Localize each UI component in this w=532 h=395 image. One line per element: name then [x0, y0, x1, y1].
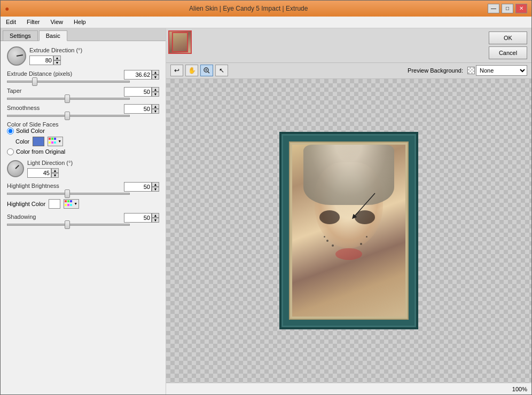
shadowing-down[interactable]: ▼ [152, 218, 159, 223]
highlight-color-grid-icon [64, 200, 73, 208]
maximize-button[interactable]: □ [502, 4, 513, 13]
window-title: Alien Skin | Eye Candy 5 Impact | Extrud… [9, 5, 488, 12]
dot2 [332, 244, 334, 247]
preview-bg-swatch [467, 67, 475, 74]
color-swatch-row: Color ▼ [15, 137, 159, 146]
highlight-brightness-label: Highlight Brightness [7, 183, 59, 189]
smoothness-up[interactable]: ▲ [152, 104, 159, 109]
shadowing-spinners: ▲ ▼ [152, 213, 159, 223]
preview-area[interactable] [166, 79, 531, 383]
menu-bar: Edit Filter View Help [1, 17, 531, 28]
dot5 [366, 236, 367, 238]
extrude-distance-down[interactable]: ▼ [152, 75, 159, 80]
smoothness-input-group: ▲ ▼ [124, 104, 159, 114]
taper-up[interactable]: ▲ [152, 87, 159, 92]
smoothness-input[interactable] [124, 104, 152, 114]
extrude-distance-input[interactable] [124, 70, 152, 80]
highlight-brightness-up[interactable]: ▲ [152, 182, 159, 187]
main-container: Settings Basic Extrude Direction (°) ▲ [1, 28, 531, 394]
highlight-color-arrow: ▼ [73, 202, 79, 206]
cancel-button[interactable]: Cancel [489, 46, 527, 59]
tool-pan[interactable]: ✋ [185, 65, 198, 76]
light-arrow [343, 188, 386, 231]
highlight-color-label: Highlight Color [7, 201, 45, 207]
smoothness-slider[interactable] [7, 115, 130, 117]
light-direction-input[interactable] [27, 168, 51, 178]
smoothness-spinners: ▲ ▼ [152, 104, 159, 114]
color-grid-dropdown[interactable]: ▼ [48, 137, 63, 146]
extrude-direction-input-group: ▲ ▼ [29, 56, 82, 65]
color-label: Color [15, 138, 29, 145]
light-direction-down[interactable]: ▼ [51, 173, 59, 178]
color-side-faces-section: Color of Side Faces Solid Color Color [7, 121, 159, 155]
light-direction-control: Light Direction (°) ▲ ▼ [7, 160, 159, 178]
shadowing-label: Shadowing [7, 214, 36, 220]
menu-help[interactable]: Help [71, 18, 89, 26]
solid-color-label: Solid Color [16, 128, 45, 134]
app-icon: ● [5, 4, 9, 13]
svg-line-4 [354, 193, 375, 217]
highlight-color-swatch[interactable] [49, 199, 60, 209]
left-panel: Settings Basic Extrude Direction (°) ▲ [1, 28, 166, 394]
smoothness-section: Smoothness ▲ ▼ [7, 104, 159, 117]
taper-input-group: ▲ ▼ [124, 87, 159, 97]
extrude-direction-down[interactable]: ▼ [53, 60, 61, 65]
color-swatch-blue[interactable] [33, 137, 44, 146]
portrait [292, 145, 405, 317]
extrude-distance-section: Extrude Distance (pixels) ▲ ▼ [7, 70, 159, 83]
extrude-direction-control: Extrude Direction (°) ▲ ▼ [7, 46, 159, 66]
taper-section: Taper ▲ ▼ [7, 87, 159, 100]
highlight-brightness-spinners: ▲ ▼ [152, 182, 159, 192]
color-from-original-radio-row: Color from Original [7, 148, 159, 155]
light-direction-dial[interactable] [7, 160, 24, 177]
close-button[interactable]: ✕ [515, 4, 527, 13]
light-direction-spinners: ▲ ▼ [51, 168, 59, 178]
taper-down[interactable]: ▼ [152, 92, 159, 97]
frame-inner [289, 141, 409, 320]
highlight-color-grid-dropdown[interactable]: ▼ [64, 199, 79, 209]
taper-slider[interactable] [7, 98, 130, 100]
solid-color-radio[interactable] [7, 128, 14, 135]
tool-reset[interactable]: ↩ [170, 65, 183, 76]
light-direction-input-group: ▲ ▼ [27, 168, 73, 178]
smoothness-label: Smoothness [7, 105, 40, 111]
shadowing-up[interactable]: ▲ [152, 213, 159, 218]
menu-edit[interactable]: Edit [3, 18, 19, 26]
extrude-distance-input-group: ▲ ▼ [124, 70, 159, 80]
minimize-button[interactable]: — [488, 4, 499, 13]
tab-settings[interactable]: Settings [3, 30, 38, 41]
color-from-original-radio[interactable] [7, 148, 14, 155]
highlight-brightness-slider[interactable] [7, 193, 130, 195]
preview-bg-label: Preview Background: [408, 67, 463, 74]
color-grid-arrow: ▼ [57, 139, 62, 143]
extrude-direction-dial[interactable] [7, 46, 26, 66]
extrude-direction-input[interactable] [29, 56, 53, 65]
highlight-brightness-down[interactable]: ▼ [152, 187, 159, 192]
preview-bg-selector: None White Black Checkerboard [467, 65, 527, 76]
tool-cursor[interactable]: ↖ [215, 65, 228, 76]
ok-button[interactable]: OK [489, 31, 527, 44]
extrude-direction-up[interactable]: ▲ [53, 56, 61, 60]
taper-input[interactable] [124, 87, 152, 97]
smoothness-down[interactable]: ▼ [152, 109, 159, 114]
light-direction-up[interactable]: ▲ [51, 168, 59, 173]
color-from-original-label: Color from Original [16, 148, 65, 155]
status-bar: 100% [166, 383, 531, 394]
preview-bg-select[interactable]: None White Black Checkerboard [476, 65, 527, 76]
shadowing-input[interactable] [124, 213, 152, 223]
zoom-icon [204, 67, 210, 74]
menu-filter[interactable]: Filter [24, 18, 43, 26]
highlight-brightness-section: Highlight Brightness ▲ ▼ [7, 182, 159, 195]
shadowing-slider[interactable] [7, 224, 130, 226]
menu-view[interactable]: View [47, 18, 66, 26]
window-controls: — □ ✕ [488, 4, 527, 13]
extrude-distance-slider[interactable] [7, 81, 130, 83]
tool-zoom[interactable] [200, 65, 213, 76]
zoom-level: 100% [512, 386, 527, 392]
color-side-faces-label: Color of Side Faces [7, 121, 59, 128]
preview-thumbnail[interactable] [168, 30, 192, 54]
tab-basic[interactable]: Basic [39, 30, 67, 41]
highlight-brightness-input-group: ▲ ▼ [124, 182, 159, 192]
extrude-distance-up[interactable]: ▲ [152, 70, 159, 75]
highlight-brightness-input[interactable] [124, 182, 152, 192]
